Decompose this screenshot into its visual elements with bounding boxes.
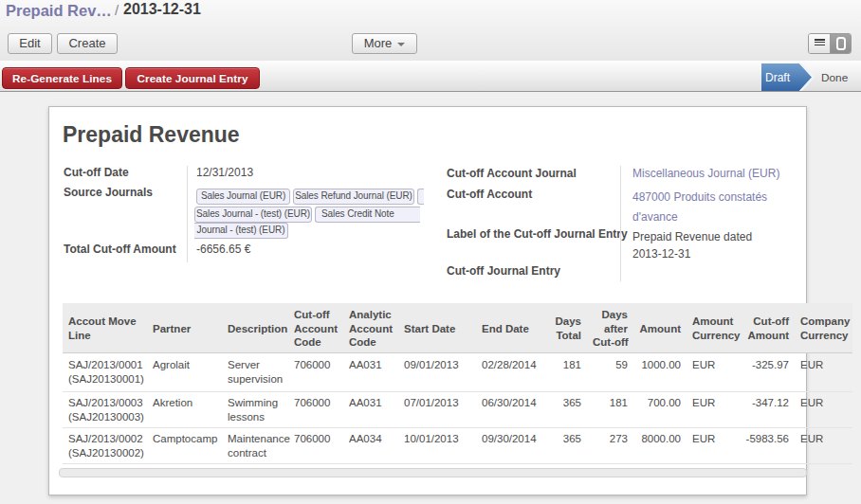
- svg-text:Draft: Draft: [765, 71, 791, 84]
